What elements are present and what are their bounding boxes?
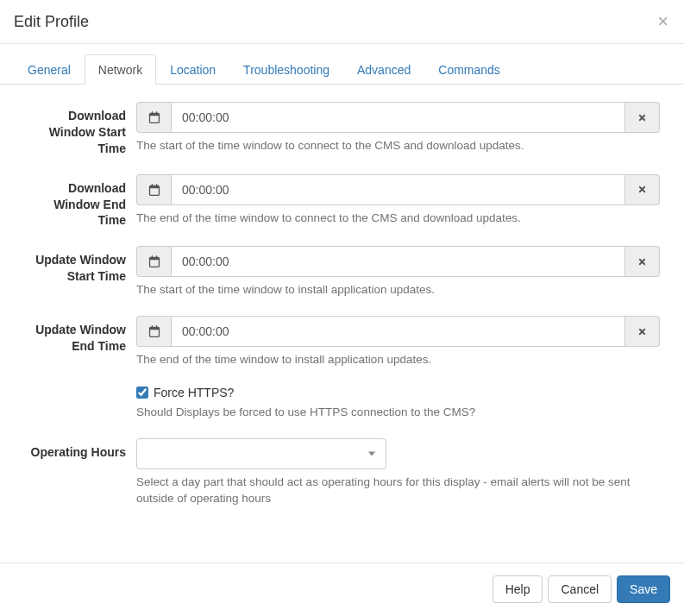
field-download-window-end: Download Window End Time The end of the … [24,174,660,229]
help-update-window-start: The start of the time window to install … [136,282,660,299]
clear-download-start-button[interactable] [625,102,660,133]
edit-profile-modal: Edit Profile × General Network Location … [0,0,684,615]
calendar-icon[interactable] [136,174,171,205]
field-update-window-start: Update Window Start Time The start of th… [24,246,660,299]
help-button[interactable]: Help [493,575,543,603]
label-update-window-end: Update Window End Time [24,316,126,368]
tab-bar: General Network Location Troubleshooting… [0,54,684,85]
checkbox-force-https[interactable] [136,387,148,399]
tab-troubleshooting[interactable]: Troubleshooting [229,54,343,85]
time-picker-update-end [136,316,660,347]
modal-footer: Help Cancel Save [0,563,684,615]
tab-general[interactable]: General [14,54,85,85]
label-update-window-start: Update Window Start Time [24,246,126,299]
time-picker-download-start [136,102,660,133]
modal-title: Edit Profile [14,13,89,31]
tab-commands[interactable]: Commands [424,54,514,85]
time-picker-update-start [136,246,660,277]
modal-body: Download Window Start Time The start of … [0,85,684,533]
help-force-https: Should Displays be forced to use HTTPS c… [136,405,475,421]
label-download-window-end: Download Window End Time [24,174,126,229]
input-update-window-end[interactable] [171,316,625,347]
input-download-window-start[interactable] [171,102,625,133]
calendar-icon[interactable] [136,246,171,277]
clear-update-start-button[interactable] [625,246,660,277]
checkbox-label-force-https[interactable]: Force HTTPS? [136,386,475,399]
help-operating-hours: Select a day part that should act as ope… [136,475,660,507]
cancel-button[interactable]: Cancel [548,575,612,603]
tab-advanced[interactable]: Advanced [343,54,424,85]
clear-update-end-button[interactable] [625,316,660,347]
close-button[interactable]: × [657,12,668,31]
field-force-https: Force HTTPS? Should Displays be forced t… [24,386,660,421]
clear-download-end-button[interactable] [625,174,660,205]
chevron-down-icon [368,452,375,456]
label-operating-hours: Operating Hours [24,438,126,507]
help-update-window-end: The end of the time window to install ap… [136,352,660,368]
save-button[interactable]: Save [617,575,670,603]
field-operating-hours: Operating Hours Select a day part that s… [24,438,660,507]
field-update-window-end: Update Window End Time The end of the ti… [24,316,660,368]
field-download-window-start: Download Window Start Time The start of … [24,102,660,157]
tab-location[interactable]: Location [156,54,229,85]
input-update-window-start[interactable] [171,246,625,277]
input-download-window-end[interactable] [171,174,625,205]
label-download-window-start: Download Window Start Time [24,102,126,157]
help-download-window-start: The start of the time window to connect … [136,138,660,154]
tab-network[interactable]: Network [85,54,156,85]
select-operating-hours[interactable] [136,438,386,469]
calendar-icon[interactable] [136,102,171,133]
modal-header: Edit Profile × [0,0,684,44]
calendar-icon[interactable] [136,316,171,347]
close-icon: × [657,10,668,32]
help-download-window-end: The end of the time window to connect to… [136,211,660,227]
label-text-force-https: Force HTTPS? [154,386,234,399]
time-picker-download-end [136,174,660,205]
